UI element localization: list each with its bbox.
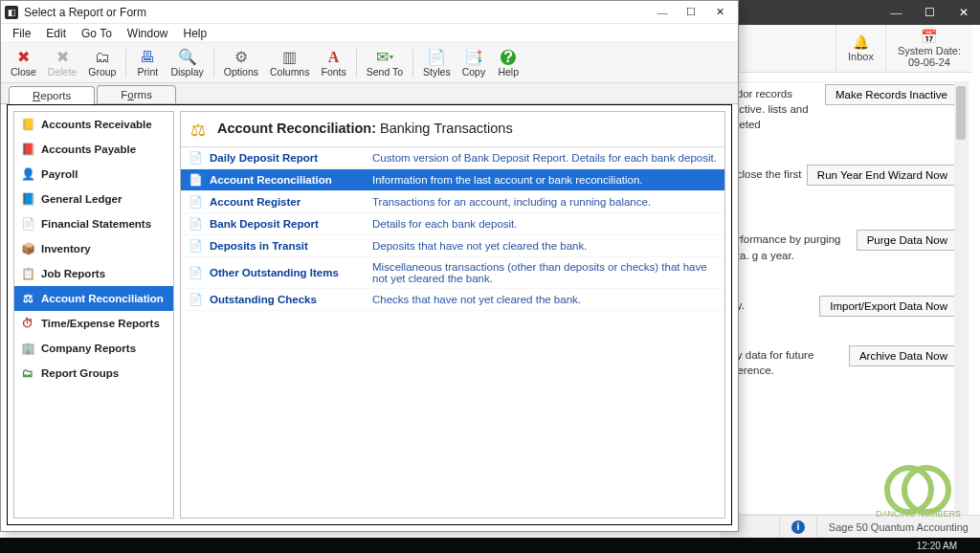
category-label: Payroll (41, 168, 78, 180)
bg-action-button[interactable]: Purge Data Now (857, 230, 958, 251)
menu-file[interactable]: File (5, 25, 38, 42)
menu-edit[interactable]: Edit (38, 25, 74, 42)
toolbar-label: Copy (462, 66, 486, 77)
report-row[interactable]: 📄Account RegisterTransactions for an acc… (181, 191, 724, 213)
category-time-expense-reports[interactable]: ⏱Time/Expense Reports (14, 311, 173, 336)
toolbar-options-button[interactable]: ⚙Options (218, 47, 264, 79)
category-payroll[interactable]: 👤Payroll (14, 162, 173, 187)
category-accounts-payable[interactable]: 📕Accounts Payable (14, 137, 173, 162)
bg-minimize-button[interactable]: — (880, 0, 913, 25)
toolbar-help-button[interactable]: ?Help (491, 47, 525, 79)
taskbar-clock: 12:20 AM (917, 538, 957, 553)
toolbar-print-button[interactable]: 🖶Print (130, 47, 165, 79)
category-label: Report Groups (41, 367, 119, 379)
report-desc: Miscellaneous transactions (other than d… (372, 261, 717, 284)
dialog-titlebar: ◧ Select a Report or Form — ☐ ✕ (1, 1, 738, 24)
columns-icon: ▥ (282, 49, 297, 66)
report-icon: 📄 (189, 266, 204, 279)
category-account-reconciliation[interactable]: ⚖Account Reconciliation (14, 286, 173, 311)
category-icon: 📕 (20, 143, 35, 156)
bg-action-item: Run Year End Wizard Nowto close the firs… (724, 166, 958, 203)
toolbar-send-to-button[interactable]: ✉▾Send To (361, 47, 409, 79)
menu-help[interactable]: Help (176, 25, 215, 42)
bg-statusbar: i Sage 50 Quantum Accounting (720, 515, 980, 538)
category-general-ledger[interactable]: 📘General Ledger (14, 187, 173, 211)
info-icon: i (791, 520, 805, 534)
menu-window[interactable]: Window (120, 25, 176, 42)
bg-action-button[interactable]: Make Records Inactive (825, 84, 958, 105)
dialog-close-button[interactable]: ✕ (705, 2, 734, 23)
toolbar-copy-button[interactable]: 📑Copy (457, 47, 492, 79)
category-sidebar: 📒Accounts Receivable📕Accounts Payable👤Pa… (13, 111, 174, 519)
bg-action-item: Archive Data Nowany data for future refe… (724, 347, 958, 384)
category-financial-statements[interactable]: 📄Financial Statements (14, 211, 173, 236)
report-row[interactable]: 📄Deposits in TransitDeposits that have n… (181, 235, 724, 257)
bg-action-button[interactable]: Archive Data Now (849, 345, 958, 366)
report-desc: Transactions for an account, including a… (372, 196, 717, 208)
dialog-maximize-button[interactable]: ☐ (677, 2, 705, 23)
toolbar-label: Delete (48, 66, 77, 77)
report-row[interactable]: 📄Bank Deposit ReportDetails for each ban… (181, 213, 724, 235)
tab-reports[interactable]: Reports (9, 86, 95, 104)
toolbar-separator (412, 49, 413, 77)
system-date-cell[interactable]: 📅 System Date: 09-06-24 (885, 25, 972, 72)
bg-action-item: Make Records Inactiveendor records inact… (724, 86, 958, 138)
category-inventory[interactable]: 📦Inventory (14, 236, 173, 261)
report-name: Account Register (210, 196, 372, 208)
toolbar-group-button[interactable]: 🗂Group (82, 47, 122, 79)
toolbar-separator (213, 49, 214, 77)
category-job-reports[interactable]: 📋Job Reports (14, 261, 173, 286)
calendar-icon: 📅 (921, 29, 937, 44)
toolbar: ✖Close✖Delete🗂Group🖶Print🔍Display⚙Option… (1, 43, 738, 83)
toolbar-columns-button[interactable]: ▥Columns (264, 47, 315, 79)
bg-action-button[interactable]: Run Year End Wizard Now (807, 165, 958, 186)
menu-go-to[interactable]: Go To (74, 25, 120, 42)
toolbar-label: Fonts (321, 66, 345, 77)
report-row[interactable]: 📄Other Outstanding ItemsMiscellaneous tr… (181, 257, 724, 289)
toolbar-label: Display (170, 66, 203, 77)
styles-icon: 📄 (427, 49, 446, 66)
bell-icon: 🔔 (853, 34, 869, 50)
category-company-reports[interactable]: 🏢Company Reports (14, 336, 173, 361)
category-label: General Ledger (41, 193, 122, 205)
toolbar-separator (356, 49, 357, 77)
category-icon: 📘 (20, 192, 35, 206)
toolbar-close-button[interactable]: ✖Close (5, 47, 42, 79)
report-row[interactable]: 📄Daily Deposit ReportCustom version of B… (181, 147, 724, 169)
toolbar-label: Options (224, 66, 258, 77)
status-product: Sage 50 Quantum Accounting (816, 516, 980, 538)
report-name: Account Reconciliation (210, 174, 372, 186)
tab-forms[interactable]: Forms (97, 85, 176, 103)
category-label: Accounts Receivable (41, 119, 152, 130)
bg-close-button[interactable]: ✕ (947, 0, 980, 25)
report-name: Bank Deposit Report (210, 218, 372, 230)
status-info[interactable]: i (779, 516, 816, 538)
taskbar: 12:20 AM (0, 538, 980, 553)
toolbar-label: Help (498, 66, 519, 77)
fonts-icon: A (328, 49, 340, 66)
report-name: Deposits in Transit (210, 240, 372, 252)
toolbar-fonts-button[interactable]: AFonts (315, 47, 351, 79)
category-icon: 👤 (20, 167, 35, 181)
report-name: Outstanding Checks (210, 294, 372, 305)
report-row[interactable]: 📄Outstanding ChecksChecks that have not … (181, 289, 724, 311)
bg-panel-scrollbar[interactable] (954, 82, 968, 514)
menubar: FileEditGo ToWindowHelp (1, 24, 738, 43)
category-accounts-receivable[interactable]: 📒Accounts Receivable (14, 112, 173, 137)
category-label: Accounts Payable (41, 144, 136, 155)
category-icon: 📋 (20, 267, 35, 280)
print-icon: 🖶 (140, 49, 155, 66)
category-icon: 📦 (20, 242, 35, 255)
inbox-cell[interactable]: 🔔 Inbox (835, 25, 885, 72)
toolbar-display-button[interactable]: 🔍Display (165, 47, 209, 79)
report-list: 📄Daily Deposit ReportCustom version of B… (181, 146, 724, 311)
dialog-minimize-button[interactable]: — (648, 2, 677, 23)
category-report-groups[interactable]: 🗂Report Groups (14, 361, 173, 386)
report-row[interactable]: 📄Account ReconciliationInformation from … (181, 169, 724, 191)
category-icon: ⏱ (20, 317, 35, 330)
scrollbar-thumb[interactable] (956, 86, 966, 140)
toolbar-styles-button[interactable]: 📄Styles (417, 47, 457, 79)
heading-text: Account Reconciliation: Banking Transact… (217, 121, 513, 136)
bg-action-button[interactable]: Import/Export Data Now (819, 296, 958, 317)
bg-maximize-button[interactable]: ☐ (913, 0, 947, 25)
